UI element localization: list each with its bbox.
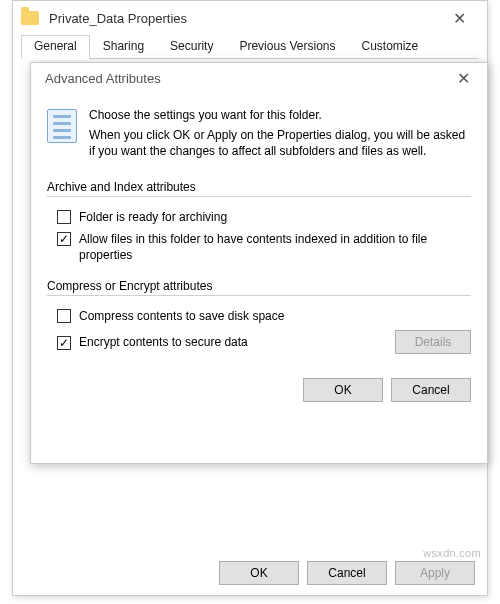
- tab-customize[interactable]: Customize: [348, 35, 431, 59]
- apply-button[interactable]: Apply: [395, 561, 475, 585]
- archive-checkbox-row[interactable]: Folder is ready for archiving: [57, 209, 471, 225]
- tab-previous-versions[interactable]: Previous Versions: [226, 35, 348, 59]
- cancel-button[interactable]: Cancel: [307, 561, 387, 585]
- advanced-titlebar: Advanced Attributes ✕: [31, 63, 487, 93]
- index-label: Allow files in this folder to have conte…: [79, 231, 471, 263]
- intro-text: Choose the settings you want for this fo…: [89, 107, 471, 160]
- advanced-button-row: OK Cancel: [31, 368, 487, 402]
- intro-line2: When you click OK or Apply on the Proper…: [89, 127, 471, 159]
- advanced-title: Advanced Attributes: [45, 71, 447, 86]
- properties-button-row: OK Cancel Apply: [219, 561, 475, 585]
- close-icon[interactable]: ✕: [447, 64, 479, 92]
- encrypt-checkbox-row[interactable]: Encrypt contents to secure data: [57, 335, 387, 350]
- tab-sharing[interactable]: Sharing: [90, 35, 157, 59]
- folder-icon: [21, 11, 39, 25]
- close-icon[interactable]: ✕: [439, 4, 479, 32]
- properties-title: Private_Data Properties: [49, 11, 439, 26]
- archive-label: Folder is ready for archiving: [79, 209, 227, 225]
- properties-titlebar: Private_Data Properties ✕: [13, 1, 487, 35]
- compress-encrypt-group: Compress or Encrypt attributes Compress …: [47, 277, 471, 354]
- details-button[interactable]: Details: [395, 330, 471, 354]
- checkbox-encrypt[interactable]: [57, 336, 71, 350]
- checkbox-archive[interactable]: [57, 210, 71, 224]
- cancel-button[interactable]: Cancel: [391, 378, 471, 402]
- intro-line1: Choose the settings you want for this fo…: [89, 107, 471, 123]
- compress-encrypt-title: Compress or Encrypt attributes: [47, 279, 218, 293]
- compress-checkbox-row[interactable]: Compress contents to save disk space: [57, 308, 471, 324]
- advanced-attributes-dialog: Advanced Attributes ✕ Choose the setting…: [30, 62, 488, 464]
- settings-list-icon: [47, 109, 77, 143]
- tab-security[interactable]: Security: [157, 35, 226, 59]
- archive-index-title: Archive and Index attributes: [47, 180, 202, 194]
- checkbox-index[interactable]: [57, 232, 71, 246]
- divider: [47, 196, 471, 197]
- encrypt-label: Encrypt contents to secure data: [79, 335, 248, 349]
- archive-index-group: Archive and Index attributes Folder is r…: [47, 178, 471, 264]
- index-checkbox-row[interactable]: Allow files in this folder to have conte…: [57, 231, 471, 263]
- watermark: wsxdn.com: [423, 547, 481, 559]
- ok-button[interactable]: OK: [219, 561, 299, 585]
- intro-row: Choose the settings you want for this fo…: [47, 107, 471, 160]
- divider: [47, 295, 471, 296]
- properties-tabs: General Sharing Security Previous Versio…: [13, 35, 487, 59]
- compress-label: Compress contents to save disk space: [79, 308, 284, 324]
- tab-general[interactable]: General: [21, 35, 90, 59]
- encrypt-row: Encrypt contents to secure data Details: [57, 330, 471, 354]
- ok-button[interactable]: OK: [303, 378, 383, 402]
- checkbox-compress[interactable]: [57, 309, 71, 323]
- advanced-body: Choose the settings you want for this fo…: [31, 93, 487, 354]
